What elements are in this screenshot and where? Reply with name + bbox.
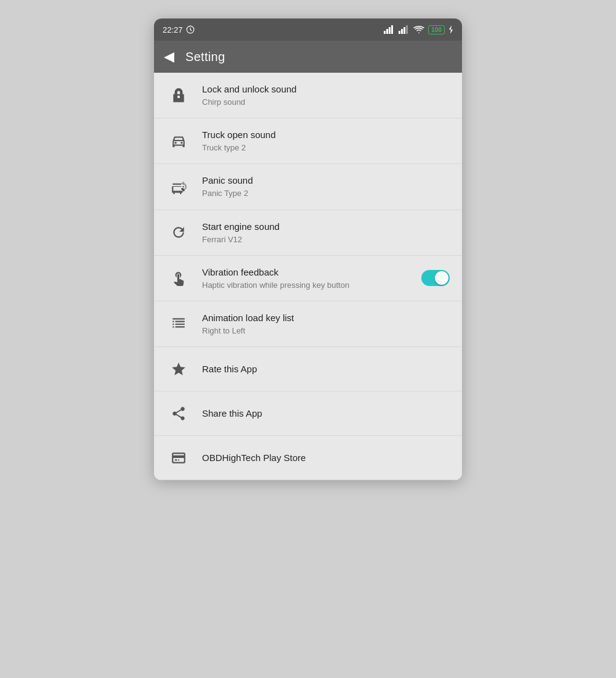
settings-subtitle-vibration: Haptic vibration while pressing key butt… xyxy=(202,280,414,291)
settings-title-animation: Animation load key list xyxy=(202,311,450,324)
app-bar: ◀ Setting xyxy=(154,41,462,73)
settings-item-play-store[interactable]: OBDHighTech Play Store xyxy=(154,436,462,480)
settings-subtitle-animation: Right to Left xyxy=(202,325,450,337)
vibration-toggle-wrapper[interactable] xyxy=(421,270,450,286)
svg-rect-15 xyxy=(178,459,179,460)
settings-title-rate: Rate this App xyxy=(202,362,450,375)
svg-point-11 xyxy=(180,142,182,144)
settings-item-animation-load[interactable]: Animation load key list Right to Left xyxy=(154,301,462,347)
battery-level: 100 xyxy=(428,25,445,35)
settings-subtitle-lock-unlock: Chirp sound xyxy=(202,97,450,108)
settings-text-lock-unlock: Lock and unlock sound Chirp sound xyxy=(202,83,450,108)
settings-text-start-engine: Start engine sound Ferrari V12 xyxy=(202,220,450,245)
svg-rect-4 xyxy=(391,25,393,34)
app-bar-title: Setting xyxy=(185,50,225,64)
svg-rect-7 xyxy=(403,27,405,34)
megaphone-icon xyxy=(166,179,191,195)
settings-item-panic-sound[interactable]: Panic sound Panic Type 2 xyxy=(154,164,462,210)
svg-point-10 xyxy=(175,142,177,144)
status-icons: 100 xyxy=(384,25,453,35)
signal-icon-2 xyxy=(399,25,410,34)
back-button[interactable]: ◀ xyxy=(164,49,174,65)
lock-icon xyxy=(166,88,191,104)
settings-title-truck-open: Truck open sound xyxy=(202,128,450,141)
settings-item-start-engine-sound[interactable]: Start engine sound Ferrari V12 xyxy=(154,210,462,256)
settings-subtitle-start-engine: Ferrari V12 xyxy=(202,234,450,245)
store-icon xyxy=(166,450,191,466)
signal-icon xyxy=(384,25,395,34)
toggle-knob xyxy=(435,271,448,285)
settings-title-play-store: OBDHighTech Play Store xyxy=(202,451,450,464)
settings-list: Lock and unlock sound Chirp sound Truck … xyxy=(154,73,462,480)
svg-rect-2 xyxy=(386,29,388,34)
settings-item-lock-unlock-sound[interactable]: Lock and unlock sound Chirp sound xyxy=(154,73,462,118)
settings-item-truck-open-sound[interactable]: Truck open sound Truck type 2 xyxy=(154,118,462,164)
status-bar: 22:27 xyxy=(154,18,462,41)
svg-rect-12 xyxy=(172,184,181,185)
settings-subtitle-truck-open: Truck type 2 xyxy=(202,142,450,153)
clock-icon xyxy=(186,25,195,34)
settings-text-panic: Panic sound Panic Type 2 xyxy=(202,174,450,199)
settings-text-rate: Rate this App xyxy=(202,362,450,375)
refresh-icon xyxy=(166,224,191,240)
status-time: 22:27 xyxy=(163,25,183,35)
settings-text-animation: Animation load key list Right to Left xyxy=(202,311,450,337)
share-icon xyxy=(166,406,191,422)
svg-rect-14 xyxy=(175,459,177,460)
car-icon xyxy=(166,133,191,149)
settings-text-truck-open: Truck open sound Truck type 2 xyxy=(202,128,450,153)
settings-title-panic: Panic sound xyxy=(202,174,450,187)
settings-text-vibration: Vibration feedback Haptic vibration whil… xyxy=(202,266,414,291)
settings-title-share: Share this App xyxy=(202,407,450,420)
svg-rect-8 xyxy=(406,25,408,34)
touch-icon xyxy=(166,270,191,286)
svg-marker-9 xyxy=(449,25,453,34)
settings-item-share-app[interactable]: Share this App xyxy=(154,391,462,436)
svg-rect-3 xyxy=(389,27,391,34)
phone-wrapper: 22:27 xyxy=(154,18,462,480)
wifi-icon xyxy=(413,25,424,34)
status-time-area: 22:27 xyxy=(163,25,195,35)
svg-rect-1 xyxy=(384,31,386,34)
vibration-toggle[interactable] xyxy=(421,270,450,286)
settings-text-play-store: OBDHighTech Play Store xyxy=(202,451,450,464)
svg-rect-13 xyxy=(172,318,185,319)
settings-title-lock-unlock: Lock and unlock sound xyxy=(202,83,450,96)
svg-rect-5 xyxy=(399,31,400,34)
settings-item-vibration-feedback[interactable]: Vibration feedback Haptic vibration whil… xyxy=(154,256,462,301)
settings-title-vibration: Vibration feedback xyxy=(202,266,414,279)
bolt-icon xyxy=(448,25,453,34)
settings-title-start-engine: Start engine sound xyxy=(202,220,450,233)
settings-item-rate-app[interactable]: Rate this App xyxy=(154,347,462,391)
svg-rect-6 xyxy=(401,29,403,34)
settings-subtitle-panic: Panic Type 2 xyxy=(202,188,450,199)
star-icon xyxy=(166,361,191,377)
settings-text-share: Share this App xyxy=(202,407,450,420)
list-icon xyxy=(166,316,191,332)
